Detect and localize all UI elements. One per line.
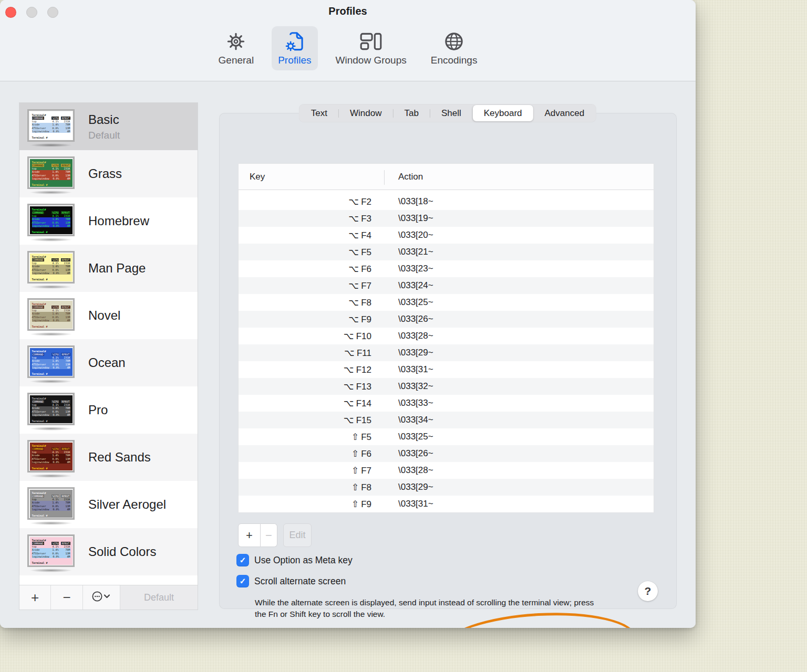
key-column-header[interactable]: Key (239, 164, 384, 190)
key-mapping-row[interactable]: ⇧F9\033[31~ (239, 496, 654, 512)
key-cell: ⌥F13 (239, 381, 384, 392)
checkbox-checked[interactable]: ✓ (236, 575, 249, 587)
set-default-button[interactable]: Default (120, 585, 198, 610)
column-divider (384, 170, 385, 185)
tab-window[interactable]: Window (339, 105, 392, 121)
terminal-preview-icon: Terminal# COMMAND%CPURPRVT top4.1%231KXc… (27, 298, 75, 331)
profile-list-item-basic[interactable]: Terminal# COMMAND%CPURPRVT top4.1%231KXc… (19, 103, 198, 150)
key-cell: ⌥F2 (239, 196, 384, 207)
profile-thumbnail: Terminal# COMMAND%CPURPRVT top4.1%231KXc… (27, 393, 75, 427)
profile-thumbnail: Terminal# COMMAND%CPURPRVT top4.1%231KXc… (27, 109, 75, 144)
add-key-button[interactable]: + (238, 523, 261, 547)
profile-list-item-red-sands[interactable]: Terminal# COMMAND%CPURPRVT top4.1%231KXc… (19, 434, 198, 481)
key-mapping-row[interactable]: ⌥F4\033[20~ (239, 227, 654, 244)
profile-list: Terminal# COMMAND%CPURPRVT top4.1%231KXc… (19, 103, 198, 585)
profile-thumbnail: Terminal# COMMAND%CPURPRVT top4.1%231KXc… (27, 534, 75, 569)
use-option-as-meta-checkbox-row[interactable]: ✓ Use Option as Meta key (236, 554, 353, 566)
profile-name: Novel (88, 308, 120, 323)
profile-list-item-ocean[interactable]: Terminal# COMMAND%CPURPRVT top4.1%231KXc… (19, 339, 198, 386)
key-mapping-row[interactable]: ⌥F8\033[25~ (239, 294, 654, 311)
alternate-screen-help-text: While the alternate screen is displayed,… (255, 597, 606, 620)
window-groups-icon (359, 29, 383, 54)
profile-list-item-grass[interactable]: Terminal# COMMAND%CPURPRVT top4.1%231KXc… (19, 150, 198, 197)
profile-section-tabs: TextWindowTabShellKeyboardAdvanced (299, 104, 596, 122)
action-cell: \033[33~ (384, 398, 433, 408)
terminal-preview-icon: Terminal# COMMAND%CPURPRVT top4.1%231KXc… (27, 440, 75, 472)
profile-meta: Homebrew (88, 214, 149, 228)
remove-profile-button[interactable]: − (51, 585, 83, 610)
key-mapping-row[interactable]: ⌥F7\033[24~ (239, 277, 654, 294)
key-mapping-row[interactable]: ⌥F11\033[29~ (239, 344, 654, 361)
key-mapping-row[interactable]: ⌥F9\033[26~ (239, 311, 654, 328)
key-mapping-row[interactable]: ⇧F5\033[25~ (239, 428, 654, 445)
key-cell: ⌥F15 (239, 415, 384, 426)
toolbar-item-encodings[interactable]: Encodings (425, 26, 484, 70)
help-button[interactable]: ? (638, 581, 658, 601)
key-mapping-row[interactable]: ⌥F6\033[23~ (239, 260, 654, 277)
tab-text[interactable]: Text (300, 105, 338, 121)
profile-meta: Solid Colors (88, 544, 156, 559)
profile-list-item-novel[interactable]: Terminal# COMMAND%CPURPRVT top4.1%231KXc… (19, 292, 198, 339)
remove-key-button[interactable]: − (261, 523, 277, 547)
tab-keyboard[interactable]: Keyboard (473, 105, 533, 121)
terminal-preview-icon: Terminal# COMMAND%CPURPRVT top4.1%231KXc… (27, 204, 75, 236)
toolbar-item-profiles[interactable]: Profiles (272, 26, 317, 70)
action-cell: \033[29~ (384, 482, 433, 492)
key-mapping-row[interactable]: ⌥F3\033[19~ (239, 210, 654, 227)
key-mapping-row[interactable]: ⇧F6\033[26~ (239, 445, 654, 462)
thumbnail-shadow (29, 332, 73, 336)
profile-name: Pro (88, 403, 108, 417)
profile-thumbnail: Terminal# COMMAND%CPURPRVT top4.1%231KXc… (27, 156, 75, 191)
key-mapping-row[interactable]: ⌥F15\033[34~ (239, 412, 654, 428)
scroll-alternate-screen-checkbox-row[interactable]: ✓ Scroll alternate screen (236, 575, 346, 587)
key-mapping-row[interactable]: ⌥F13\033[32~ (239, 378, 654, 395)
key-mapping-row[interactable]: ⇧F7\033[28~ (239, 462, 654, 479)
profile-list-item-man-page[interactable]: Terminal# COMMAND%CPURPRVT top4.1%231KXc… (19, 245, 198, 292)
key-mapping-row[interactable]: ⇧F8\033[29~ (239, 479, 654, 496)
edit-key-button[interactable]: Edit (283, 523, 312, 547)
key-mapping-row[interactable]: ⌥F2\033[18~ (239, 193, 654, 210)
action-column-header[interactable]: Action (384, 164, 423, 190)
profile-list-item-homebrew[interactable]: Terminal# COMMAND%CPURPRVT top4.1%231KXc… (19, 197, 198, 245)
key-mapping-row[interactable]: ⌥F12\033[31~ (239, 361, 654, 378)
profile-name: Basic (88, 112, 120, 127)
profile-list-sidebar: Terminal# COMMAND%CPURPRVT top4.1%231KXc… (19, 102, 198, 610)
key-cell: ⇧F8 (239, 482, 384, 493)
toolbar-item-window-groups[interactable]: Window Groups (329, 26, 413, 70)
toolbar-item-general[interactable]: General (212, 26, 261, 70)
action-cell: \033[28~ (384, 465, 433, 476)
add-profile-button[interactable]: + (19, 585, 51, 610)
profile-list-item-solid-colors[interactable]: Terminal# COMMAND%CPURPRVT top4.1%231KXc… (19, 528, 198, 575)
key-cell: ⌥F8 (239, 297, 384, 308)
action-cell: \033[21~ (384, 247, 433, 257)
action-cell: \033[32~ (384, 381, 433, 392)
option-key-icon: ⌥ (349, 264, 359, 274)
option-key-icon: ⌥ (349, 247, 359, 257)
terminal-preview-icon: Terminal# COMMAND%CPURPRVT top4.1%231KXc… (27, 534, 75, 567)
terminal-preview-icon: Terminal# COMMAND%CPURPRVT top4.1%231KXc… (27, 393, 75, 425)
tab-tab[interactable]: Tab (394, 105, 430, 121)
checkbox-checked[interactable]: ✓ (236, 554, 249, 566)
table-action-buttons: + − Edit (238, 523, 312, 547)
key-mapping-row[interactable]: ⌥F14\033[33~ (239, 395, 654, 412)
toolbar-item-label: Encodings (431, 55, 478, 66)
profile-list-item-silver-aerogel[interactable]: Terminal# COMMAND%CPURPRVT top4.1%231KXc… (19, 481, 198, 528)
profile-default-badge: Default (88, 130, 120, 141)
thumbnail-shadow (29, 474, 73, 478)
key-mapping-row[interactable]: ⌥F10\033[28~ (239, 328, 654, 344)
profile-thumbnail: Terminal# COMMAND%CPURPRVT top4.1%231KXc… (27, 298, 75, 333)
thumbnail-shadow (29, 238, 73, 242)
key-mapping-row[interactable]: ⌥F5\033[21~ (239, 244, 654, 260)
tab-shell[interactable]: Shell (430, 105, 472, 121)
profile-thumbnail: Terminal# COMMAND%CPURPRVT top4.1%231KXc… (27, 440, 75, 475)
terminal-preview-icon: Terminal# COMMAND%CPURPRVT top4.1%231KXc… (27, 345, 75, 378)
key-cell: ⌥F4 (239, 230, 384, 241)
profile-list-item-pro[interactable]: Terminal# COMMAND%CPURPRVT top4.1%231KXc… (19, 386, 198, 434)
more-options-button[interactable] (83, 585, 120, 610)
profile-meta: Red Sands (88, 450, 151, 465)
action-cell: \033[23~ (384, 264, 433, 274)
globe-icon (442, 29, 466, 54)
tab-advanced[interactable]: Advanced (534, 105, 596, 121)
key-cell: ⌥F12 (239, 364, 384, 375)
gear-icon (224, 29, 248, 54)
